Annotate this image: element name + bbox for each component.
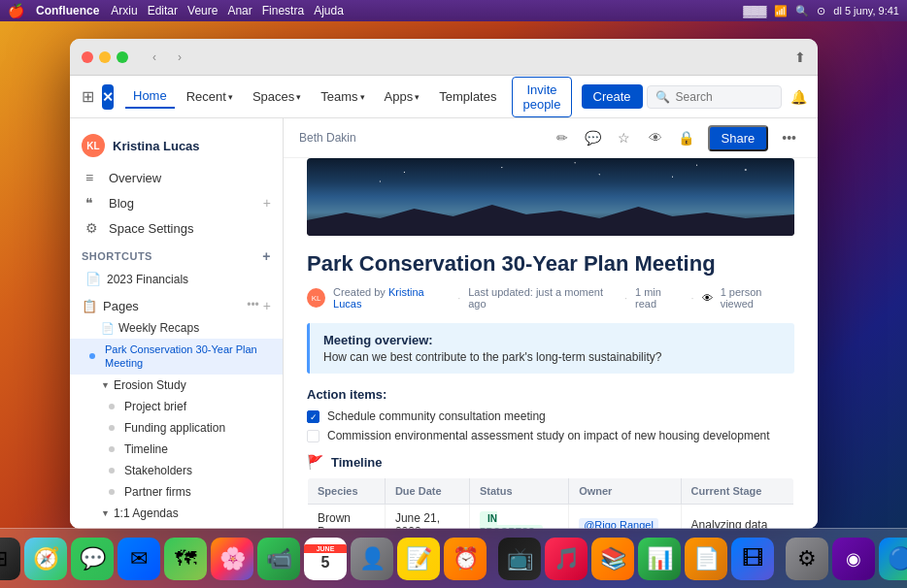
dock-messages[interactable]: 💬 xyxy=(71,538,114,580)
add-blog-icon[interactable]: + xyxy=(263,195,271,211)
menu-veure[interactable]: Veure xyxy=(187,4,218,17)
share-button[interactable]: Share xyxy=(708,125,769,151)
settings-icon: ⚙ xyxy=(85,220,101,236)
page-label-erosion: Erosion Study xyxy=(114,378,186,392)
back-button[interactable]: ‹ xyxy=(144,47,165,68)
traffic-lights xyxy=(82,51,128,63)
menu-finestra[interactable]: Finestra xyxy=(262,4,304,17)
grid-icon[interactable]: ⊞ xyxy=(82,87,94,106)
restrict-icon[interactable]: 🔒 xyxy=(673,124,700,151)
sidebar-user[interactable]: KL Kristina Lucas xyxy=(70,126,283,165)
page-project-brief[interactable]: Project brief xyxy=(70,396,283,417)
action-item-1: ✓ Schedule community consultation meetin… xyxy=(307,409,794,423)
more-options-button[interactable]: ••• xyxy=(776,126,802,149)
dock-arc[interactable]: ◉ xyxy=(832,538,875,580)
checkbox-1[interactable]: ✓ xyxy=(307,410,319,423)
cell-date-1: June 21, 2023 xyxy=(385,505,469,530)
menu-items: Arxiu Editar Veure Anar Finestra Ajuda xyxy=(111,4,343,17)
battery-icon: ▓▓▓ xyxy=(743,5,766,16)
pages-toggle[interactable]: 📋 Pages xyxy=(82,299,139,313)
nav-recent[interactable]: Recent▾ xyxy=(179,85,241,108)
more-pages-icon[interactable]: ••• xyxy=(247,298,259,313)
page-timeline[interactable]: Timeline xyxy=(70,439,283,460)
shortcut-financials[interactable]: 📄 2023 Financials xyxy=(70,268,283,290)
nav-templates[interactable]: Templates xyxy=(431,85,504,108)
search-box[interactable]: 🔍 xyxy=(647,85,782,109)
maximize-button[interactable] xyxy=(117,51,128,63)
nav-apps[interactable]: Apps▾ xyxy=(377,85,428,108)
dock-mail[interactable]: ✉ xyxy=(118,538,160,580)
expand-erosion-icon[interactable]: ▼ xyxy=(101,380,110,390)
search-input[interactable] xyxy=(676,90,773,104)
nav-teams[interactable]: Teams▾ xyxy=(313,85,372,108)
page-erosion-study[interactable]: ▼ Erosion Study xyxy=(70,375,283,396)
dock-launchpad[interactable]: ⊞ xyxy=(0,538,20,580)
pages-icon: 📋 xyxy=(82,299,97,313)
author-avatar: KL xyxy=(307,288,325,308)
dock-pages[interactable]: 📄 xyxy=(685,538,727,580)
view-icon[interactable]: 👁 xyxy=(642,124,669,151)
edit-icon[interactable]: ✏ xyxy=(549,124,576,151)
dock-reminders[interactable]: ⏰ xyxy=(444,538,487,580)
control-center-icon[interactable]: ⊙ xyxy=(817,5,825,17)
dock-screensaver[interactable]: 🔵 xyxy=(879,538,907,580)
dock-photos[interactable]: 🌸 xyxy=(211,538,253,580)
minimize-button[interactable] xyxy=(99,51,111,63)
help-icon[interactable]: ? xyxy=(817,83,818,111)
sidebar-item-settings[interactable]: ⚙ Space Settings xyxy=(70,215,283,241)
menu-editar[interactable]: Editar xyxy=(148,4,178,17)
col-due-date: Due Date xyxy=(385,478,469,505)
dock-systemprefs[interactable]: ⚙ xyxy=(786,538,828,580)
notifications-icon[interactable]: 🔔 xyxy=(786,83,813,111)
confluence-logo[interactable]: ✕ xyxy=(102,84,114,110)
flag-icon: 🚩 xyxy=(307,454,323,470)
page-park-conservation[interactable]: Park Conservation 30-Year Plan Meeting xyxy=(70,339,283,375)
menu-anar[interactable]: Anar xyxy=(227,4,252,17)
expand-1on1-icon[interactable]: ▼ xyxy=(101,508,110,518)
dock-numbers[interactable]: 📊 xyxy=(638,538,681,580)
dot-funding xyxy=(109,425,115,431)
dock-contacts[interactable]: 👤 xyxy=(351,538,393,580)
menu-ajuda[interactable]: Ajuda xyxy=(314,4,344,17)
app-name[interactable]: Confluence xyxy=(36,4,99,17)
create-button[interactable]: Create xyxy=(582,84,643,109)
page-partner-firms[interactable]: Partner firms xyxy=(70,481,283,503)
comment-icon[interactable]: 💬 xyxy=(580,124,607,151)
sidebar-item-overview[interactable]: ≡ Overview xyxy=(70,165,283,190)
sidebar-username: Kristina Lucas xyxy=(113,139,200,153)
sidebar-item-blog[interactable]: ❝ Blog + xyxy=(70,190,283,215)
forward-button[interactable]: › xyxy=(169,47,190,68)
star-icon[interactable]: ☆ xyxy=(611,124,638,151)
nav-spaces[interactable]: Spaces▾ xyxy=(245,85,309,108)
dock-keynote[interactable]: 🎞 xyxy=(731,538,774,580)
timeline-header: 🚩 Timeline xyxy=(307,454,794,470)
add-page-icon[interactable]: + xyxy=(263,298,271,313)
hero-image xyxy=(307,158,794,236)
dock-music[interactable]: 🎵 xyxy=(545,538,588,580)
page-label-park: Park Conservation 30-Year Plan Meeting xyxy=(105,343,271,371)
page-label-timeline: Timeline xyxy=(124,442,168,456)
search-icon[interactable]: 🔍 xyxy=(795,5,809,17)
share-icon[interactable]: ⬆ xyxy=(794,49,806,65)
dock-books[interactable]: 📚 xyxy=(591,538,634,580)
dock-maps[interactable]: 🗺 xyxy=(164,538,207,580)
page-funding[interactable]: Funding application xyxy=(70,417,283,439)
add-shortcut-icon[interactable]: + xyxy=(262,248,271,264)
page-stakeholders[interactable]: Stakeholders xyxy=(70,460,283,481)
invite-people-button[interactable]: Invite people xyxy=(512,77,571,117)
dock-calendar[interactable]: JUNE 5 xyxy=(304,538,347,580)
dock-facetime[interactable]: 📹 xyxy=(257,538,300,580)
desktop: ‹ › ⬆ ⊞ ✕ Home Recent▾ Spaces▾ Teams▾ Ap… xyxy=(0,21,907,588)
apple-menu[interactable]: 🍎 xyxy=(8,3,24,18)
page-weekly-recaps[interactable]: 📄 Weekly Recaps xyxy=(70,317,283,339)
dock-safari[interactable]: 🧭 xyxy=(24,538,67,580)
cell-species-1: Brown Bear xyxy=(308,505,386,530)
menu-arxiu[interactable]: Arxiu xyxy=(111,4,137,17)
nav-home[interactable]: Home xyxy=(125,84,175,109)
dock-notes[interactable]: 📝 xyxy=(397,538,440,580)
table-header-row: Species Due Date Status Owner Current St… xyxy=(308,478,794,505)
close-button[interactable] xyxy=(82,51,93,63)
page-1on1-agendas[interactable]: ▼ 1:1 Agendas xyxy=(70,503,283,524)
checkbox-2[interactable] xyxy=(307,430,319,442)
dock-tv[interactable]: 📺 xyxy=(498,538,541,580)
